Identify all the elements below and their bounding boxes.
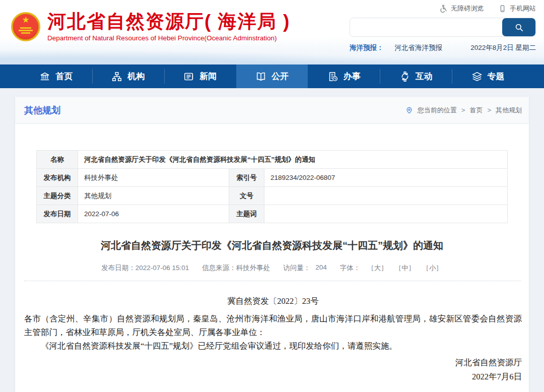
- forecast-link[interactable]: 河北省海洋预报: [395, 43, 443, 52]
- national-emblem-logo: ★: [11, 12, 40, 41]
- info-label-keywords: 主题词: [229, 205, 264, 223]
- site-brand: ★ 河北省自然资源厅( 海洋局 ) Department of Natural …: [11, 11, 290, 42]
- document-paragraph: 《河北省自然资源科技发展“十四五”规划》已经厅党组会审议通过，现印发给你们，请遵…: [24, 339, 522, 353]
- font-size-medium-button[interactable]: ［中］: [395, 264, 416, 273]
- breadcrumb-home[interactable]: 首页: [469, 106, 483, 115]
- site-subtitle: Department of Natural Resources of Hebei…: [47, 34, 290, 42]
- font-size-controls: 字体： ［大］ ［中］ ［小］: [340, 264, 443, 273]
- breadcrumb-separator: >: [461, 106, 465, 114]
- nav-item-news[interactable]: 新闻: [164, 64, 236, 88]
- main-nav: 首页 机构 新闻 公开 办事 互动 专题: [0, 64, 544, 88]
- table-row: 名称 河北省自然资源厅关于印发《河北省自然资源科技发展“十四五”规划》的通知: [37, 151, 508, 169]
- info-label-date: 发布日期: [37, 205, 78, 223]
- nav-item-public[interactable]: 公开: [236, 64, 308, 88]
- document-info-table: 名称 河北省自然资源厅关于印发《河北省自然资源科技发展“十四五”规划》的通知 发…: [36, 150, 508, 223]
- info-value-date: 2022-07-06: [78, 205, 229, 223]
- document-number: 冀自然资发〔2022〕23号: [24, 294, 522, 308]
- document-signature: 河北省自然资源厅: [24, 356, 522, 369]
- info-label-docnum: 文号: [229, 187, 264, 205]
- info-value-name: 河北省自然资源厅关于印发《河北省自然资源科技发展“十四五”规划》的通知: [78, 151, 508, 169]
- table-row: 主题分类 其他规划 文号: [37, 187, 508, 205]
- sync-arrows-icon: [399, 71, 411, 82]
- mobile-phone-icon: [499, 5, 506, 13]
- breadcrumb-current[interactable]: 其他规划: [496, 106, 522, 115]
- breadcrumb-location-label: 您当前的位置: [418, 106, 457, 115]
- info-value-index: 2189234/2022-06807: [264, 169, 508, 187]
- breadcrumb: 您当前的位置 > 首页 > 其他规划: [405, 106, 522, 115]
- font-size-large-button[interactable]: ［大］: [367, 264, 388, 273]
- site-search: [350, 18, 536, 37]
- meta-visits-count: 204: [315, 264, 327, 273]
- page-title: 其他规划: [24, 104, 60, 116]
- site-title: 河北省自然资源厅( 海洋局 ): [47, 11, 290, 32]
- nav-item-topics[interactable]: 专题: [452, 64, 524, 88]
- accessibility-link[interactable]: 无障碍浏览: [439, 4, 484, 13]
- info-value-docnum: [264, 187, 508, 205]
- doc-clock-icon: [327, 71, 338, 82]
- search-input[interactable]: [350, 18, 502, 36]
- info-value-keywords: [264, 205, 508, 223]
- layers-icon: [471, 71, 483, 82]
- document-sign-date: 2022年7月6日: [24, 370, 522, 383]
- font-size-small-button[interactable]: ［小］: [422, 264, 443, 273]
- section-bar: 其他规划 您当前的位置 > 首页 > 其他规划: [15, 97, 529, 124]
- breadcrumb-separator: >: [487, 106, 491, 114]
- nav-item-services[interactable]: 办事: [308, 64, 380, 88]
- nav-item-interact[interactable]: 互动: [380, 64, 452, 88]
- info-label-category: 主题分类: [37, 187, 78, 205]
- info-label-index: 索引号: [229, 169, 264, 187]
- document-body: 冀自然资发〔2022〕23号 各市（含定州、辛集市）自然资源和规划局，秦皇岛、沧…: [15, 281, 529, 392]
- document-paragraph: 各市（含定州、辛集市）自然资源和规划局，秦皇岛、沧州市海洋和渔业局，唐山市海洋口…: [24, 312, 522, 339]
- newspaper-icon: [183, 71, 194, 82]
- info-value-publisher: 科技外事处: [78, 169, 229, 187]
- nav-item-home[interactable]: 首页: [20, 64, 92, 88]
- info-value-category: 其他规划: [78, 187, 229, 205]
- info-label-name: 名称: [37, 151, 78, 169]
- font-size-label: 字体：: [340, 264, 361, 273]
- info-label-publisher: 发布机构: [37, 169, 78, 187]
- site-header: ★ 河北省自然资源厅( 海洋局 ) Department of Natural …: [0, 0, 544, 64]
- nav-item-org[interactable]: 机构: [92, 64, 164, 88]
- emblem-gate: [18, 27, 33, 35]
- current-date: 2022年8月2日 星期二: [470, 43, 536, 52]
- search-button[interactable]: [502, 18, 535, 36]
- wheelchair-icon: [439, 5, 447, 13]
- content-card: 其他规划 您当前的位置 > 首页 > 其他规划 名称 河北省自然资源厅关于印发《…: [15, 97, 529, 392]
- forecast-label: 海洋预报：: [350, 43, 384, 52]
- meta-visits-label: 访问量：: [283, 264, 310, 273]
- bank-icon: [39, 71, 50, 82]
- article-meta: 发布日期：2022-07-06 15:01 信息来源：科技外事处 访问量： 20…: [15, 264, 529, 273]
- meta-publish-date: 发布日期：2022-07-06 15:01: [101, 264, 189, 273]
- emblem-star: ★: [22, 16, 29, 24]
- open-book-icon: [255, 71, 266, 82]
- forecast-row: 海洋预报： 河北省海洋预报 2022年8月2日 星期二: [350, 43, 536, 52]
- search-icon: [514, 23, 524, 32]
- utility-links: 无障碍浏览 手机网站: [439, 4, 536, 13]
- article-title: 河北省自然资源厅关于印发《河北省自然资源科技发展“十四五”规划》的通知: [35, 238, 509, 252]
- meta-source: 信息来源：科技外事处: [202, 264, 270, 273]
- table-row: 发布机构 科技外事处 索引号 2189234/2022-06807: [37, 169, 508, 187]
- table-row: 发布日期 2022-07-06 主题词: [37, 205, 508, 223]
- mobile-site-link[interactable]: 手机网站: [499, 4, 536, 13]
- org-chart-icon: [111, 71, 122, 82]
- location-pin-icon: [405, 106, 413, 114]
